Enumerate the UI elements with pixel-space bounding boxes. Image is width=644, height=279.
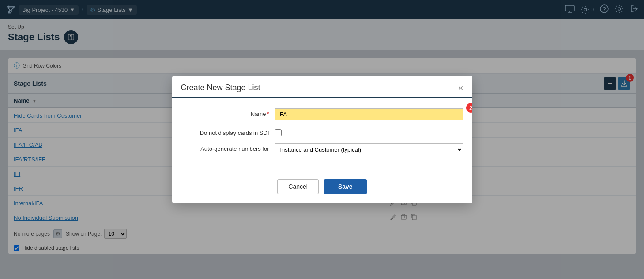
modal-overlay: Create New Stage List × Name* 2 Do not d… bbox=[0, 0, 644, 279]
create-stage-list-modal: Create New Stage List × Name* 2 Do not d… bbox=[172, 76, 472, 203]
modal-header: Create New Stage List × bbox=[172, 76, 472, 98]
name-label: Name* bbox=[181, 108, 269, 117]
autogen-form-row: Auto-generate numbers for Instance and C… bbox=[181, 143, 463, 156]
modal-footer: Cancel Save bbox=[172, 174, 472, 203]
cancel-button[interactable]: Cancel bbox=[277, 179, 319, 194]
save-button[interactable]: Save bbox=[324, 179, 367, 194]
name-input-wrapper: 2 bbox=[275, 108, 463, 120]
no-display-form-row: Do not display cards in SDI bbox=[181, 127, 463, 136]
name-input[interactable] bbox=[275, 108, 463, 120]
modal-title: Create New Stage List bbox=[181, 83, 260, 92]
no-display-checkbox[interactable] bbox=[275, 129, 282, 136]
autogen-label: Auto-generate numbers for bbox=[181, 143, 269, 152]
no-display-label: Do not display cards in SDI bbox=[181, 127, 269, 136]
step-badge-2: 2 bbox=[466, 103, 472, 113]
required-indicator: * bbox=[267, 111, 269, 117]
name-form-row: Name* 2 bbox=[181, 108, 463, 120]
autogen-select[interactable]: Instance and Customer (typical)Instance … bbox=[275, 143, 463, 156]
modal-close-button[interactable]: × bbox=[458, 84, 463, 92]
modal-body: Name* 2 Do not display cards in SDI Auto… bbox=[172, 98, 472, 174]
